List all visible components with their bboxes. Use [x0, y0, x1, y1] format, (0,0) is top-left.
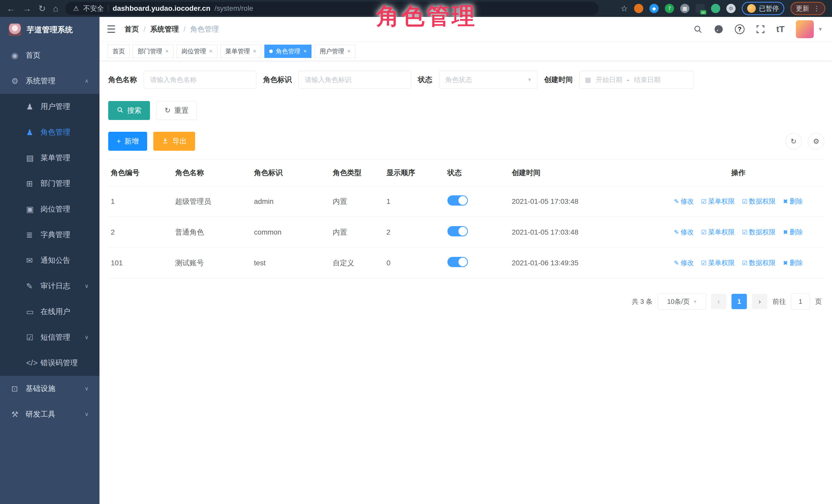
tab-菜单管理[interactable]: 菜单管理× [220, 45, 261, 58]
reset-button[interactable]: ↻ 重置 [156, 101, 197, 120]
sidebar-item-code[interactable]: </>错误码管理 [0, 350, 100, 376]
extensions-puzzle-icon[interactable]: ⚙ [726, 4, 735, 13]
breadcrumb-item: 角色管理 [190, 24, 219, 34]
sidebar-item-dashboard[interactable]: ◉首页 [0, 43, 100, 68]
column-header: 创建时间 [509, 160, 652, 186]
column-settings-icon[interactable]: ⚙ [808, 133, 824, 150]
prev-page-button[interactable]: ‹ [711, 294, 726, 309]
tab-岗位管理[interactable]: 岗位管理× [177, 45, 217, 58]
tab-首页[interactable]: 首页 [108, 45, 130, 58]
action-menu-perm[interactable]: ☑菜单权限 [701, 197, 735, 206]
chrome-menu-icon[interactable]: ⋮ [813, 5, 820, 12]
sidebar-item-label: 在线用户 [41, 307, 70, 317]
bookmark-star-icon[interactable]: ☆ [621, 4, 628, 13]
action-delete[interactable]: ✖删除 [783, 258, 803, 267]
total-count: 共 3 条 [632, 297, 652, 306]
extension-icon-orange[interactable] [634, 4, 643, 13]
reload-icon[interactable]: ↻ [38, 4, 46, 13]
post-icon: ▣ [26, 205, 41, 214]
breadcrumb-item[interactable]: 系统管理 [150, 24, 179, 34]
page-number-button[interactable]: 1 [731, 294, 747, 309]
font-size-icon[interactable]: tT [776, 24, 785, 34]
role-name-input[interactable] [144, 71, 256, 89]
role-key-input[interactable] [298, 71, 411, 89]
action-data-perm[interactable]: ☑数据权限 [742, 228, 776, 237]
extension-icon-grid[interactable]: ▦ [680, 4, 690, 13]
action-delete[interactable]: ✖删除 [783, 197, 803, 206]
sidebar-item-post[interactable]: ▣岗位管理 [0, 196, 100, 222]
sidebar-item-gear[interactable]: ⚙系统管理∧ [0, 68, 100, 94]
sidebar-item-label: 首页 [26, 50, 41, 60]
add-button[interactable]: + 新增 [108, 132, 147, 151]
extension-icon-dark[interactable]: on [696, 4, 705, 13]
sms-icon: ☑ [26, 333, 41, 342]
export-button[interactable]: 导出 [153, 132, 195, 151]
sidebar-item-tool[interactable]: ⚒研发工具∨ [0, 401, 100, 427]
sidebar-item-infra[interactable]: ⊡基础设施∨ [0, 376, 100, 401]
sidebar-item-online[interactable]: ▭在线用户 [0, 299, 100, 324]
sidebar-fold-icon[interactable]: ☰ [107, 23, 116, 35]
cell-type: 内置 [330, 217, 384, 248]
action-data-perm[interactable]: ☑数据权限 [742, 197, 776, 206]
action-edit[interactable]: ✎修改 [674, 228, 694, 237]
tab-部门管理[interactable]: 部门管理× [133, 45, 174, 58]
close-icon[interactable]: × [209, 48, 212, 55]
refresh-table-icon[interactable]: ↻ [785, 133, 802, 150]
extension-icon-plant[interactable] [711, 4, 720, 13]
tab-label: 部门管理 [138, 47, 162, 55]
sidebar-item-sms[interactable]: ☑短信管理∨ [0, 324, 100, 350]
page-size-select[interactable]: 10条/页 ▾ [658, 293, 706, 310]
goto-page-input[interactable] [791, 293, 810, 310]
close-icon[interactable]: × [165, 48, 169, 55]
sidebar-item-menu[interactable]: ▤菜单管理 [0, 145, 100, 171]
user-avatar[interactable] [796, 20, 814, 38]
avatar-caret-icon[interactable]: ▾ [819, 26, 822, 32]
home-icon[interactable]: ⌂ [53, 4, 58, 13]
tab-用户管理[interactable]: 用户管理× [315, 45, 355, 58]
action-menu-perm[interactable]: ☑菜单权限 [701, 228, 735, 237]
breadcrumb-item[interactable]: 首页 [125, 24, 139, 34]
github-icon[interactable] [714, 24, 724, 34]
sidebar-item-user[interactable]: ♟用户管理 [0, 94, 100, 120]
browser-update-button[interactable]: 更新 ⋮ [790, 2, 825, 15]
date-range-picker[interactable]: ▦ 开始日期 - 结束日期 [579, 71, 694, 89]
fullscreen-icon[interactable] [756, 25, 765, 34]
search-actions-row: 搜索 ↻ 重置 [108, 101, 824, 120]
tab-角色管理[interactable]: 角色管理× [264, 45, 312, 58]
back-icon[interactable]: ← [7, 4, 16, 13]
action-delete[interactable]: ✖删除 [783, 228, 803, 237]
search-icon[interactable] [693, 25, 703, 34]
extension-icon-green-7[interactable]: 7 [665, 4, 674, 13]
sidebar-item-label: 用户管理 [41, 102, 70, 112]
help-icon[interactable]: ? [735, 24, 745, 34]
sidebar-item-label: 通知公告 [41, 255, 70, 266]
sidebar-item-dept[interactable]: ⊞部门管理 [0, 171, 100, 196]
action-edit[interactable]: ✎修改 [674, 197, 694, 206]
page-numbers: 1 [731, 294, 747, 309]
status-select[interactable]: 角色状态 ▾ [439, 71, 538, 89]
sidebar-logo-row[interactable]: 芋道管理系统 [0, 17, 100, 43]
extension-icon-gem[interactable]: ◆ [649, 4, 659, 13]
action-menu-perm[interactable]: ☑菜单权限 [701, 258, 735, 267]
sidebar-item-dict[interactable]: ≣字典管理 [0, 222, 100, 248]
status-toggle[interactable] [447, 257, 468, 267]
close-icon[interactable]: × [304, 48, 307, 55]
calendar-icon: ▦ [585, 76, 591, 84]
profile-paused-pill[interactable]: 已暂停 [742, 2, 784, 15]
forward-icon[interactable]: → [23, 4, 31, 13]
sidebar-item-notice[interactable]: ✉通知公告 [0, 248, 100, 273]
action-data-perm[interactable]: ☑数据权限 [742, 258, 776, 267]
sidebar-item-log[interactable]: ✎审计日志∨ [0, 273, 100, 299]
table-row: 101测试账号test自定义02021-01-06 13:49:35✎修改☑菜单… [108, 248, 824, 278]
next-page-button[interactable]: › [752, 294, 768, 309]
action-edit[interactable]: ✎修改 [674, 258, 694, 267]
status-toggle[interactable] [447, 226, 468, 236]
address-bar[interactable]: ⚠ 不安全 dashboard.yudao.iocoder.cn /system… [66, 2, 599, 15]
sidebar-item-role[interactable]: ♟角色管理 [0, 120, 100, 145]
status-toggle[interactable] [447, 195, 468, 206]
search-button[interactable]: 搜索 [108, 101, 150, 120]
close-icon[interactable]: × [347, 48, 350, 55]
action-label: 数据权限 [749, 228, 776, 237]
close-icon[interactable]: × [253, 48, 256, 55]
column-header: 角色编号 [108, 160, 173, 186]
